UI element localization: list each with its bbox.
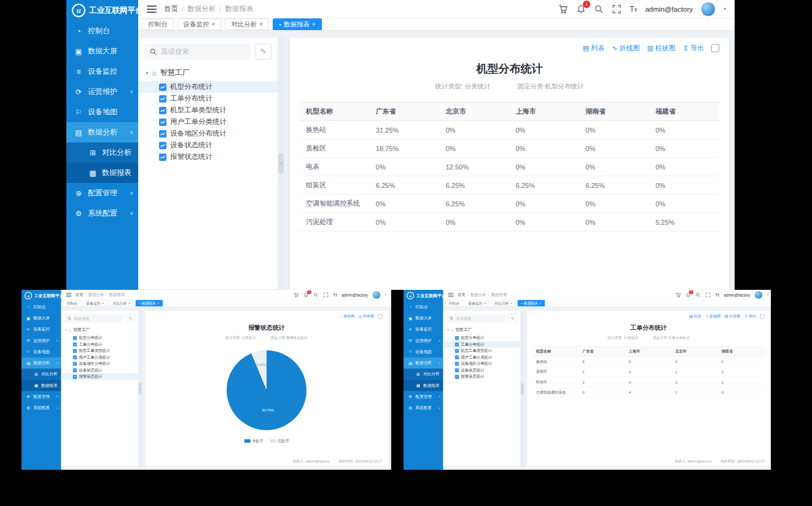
tab-close-icon[interactable]: × xyxy=(102,302,104,305)
pie-graphic[interactable] xyxy=(227,350,306,430)
breadcrumb-home[interactable]: 首页 xyxy=(76,292,84,297)
report-view-action[interactable]: ↥导出 xyxy=(683,44,704,53)
avatar[interactable] xyxy=(754,290,762,298)
tree-item[interactable]: 用户工单分类统计 xyxy=(138,116,278,128)
sidebar-item[interactable]: ▤ 数据分析 ∧ xyxy=(404,357,443,368)
cart-icon[interactable] xyxy=(558,4,568,14)
sidebar-item[interactable]: ▦ 数据报表 xyxy=(21,380,61,391)
fullscreen-toggle-icon[interactable] xyxy=(760,314,765,319)
tree-item[interactable]: 用户工单分类统计 xyxy=(443,354,521,361)
tab-close-icon[interactable]: × xyxy=(259,21,263,28)
tree-item[interactable]: 机型工单类型统计 xyxy=(138,104,278,116)
sidebar-item[interactable]: ▣ 数据大屏 xyxy=(66,41,138,61)
report-view-action[interactable]: ∿折线图 xyxy=(705,314,720,319)
tab-close-icon[interactable]: × xyxy=(128,302,130,305)
notifications-icon[interactable]: 1 xyxy=(303,292,309,298)
tab-close-icon[interactable]: × xyxy=(484,302,486,305)
tree-item[interactable]: 设备地区分布统计 xyxy=(443,360,521,367)
search-input[interactable]: 高级搜索 xyxy=(447,314,506,322)
avatar[interactable] xyxy=(701,2,716,17)
sidebar-item[interactable]: ▤ 数据分析 ∧ xyxy=(21,357,61,368)
panel-splitter[interactable]: ‹ xyxy=(521,310,525,467)
search-input[interactable]: 高级搜索 xyxy=(64,314,123,322)
tree-item[interactable]: 设备地区分布统计 xyxy=(61,360,139,367)
sidebar-item[interactable]: ▦ 数据报表 xyxy=(404,380,443,391)
tree-root[interactable]: ▾ ⌂ 智慧工厂 xyxy=(146,68,271,78)
tab[interactable]: 控制台 xyxy=(63,300,80,307)
fullscreen-toggle-icon[interactable] xyxy=(711,44,719,52)
tab[interactable]: ● 数据报表 × xyxy=(136,300,163,307)
fullscreen-toggle-icon[interactable] xyxy=(378,314,383,319)
tree-item[interactable]: 机型工单类型统计 xyxy=(443,348,521,354)
tab-close-icon[interactable]: × xyxy=(312,21,316,28)
avatar[interactable] xyxy=(372,290,380,298)
sidebar-item[interactable]: ⟳ 运营维护 ∨ xyxy=(404,335,443,346)
sidebar-item[interactable]: ⊞ 对比分析 xyxy=(21,368,61,379)
tree-item[interactable]: 用户工单分类统计 xyxy=(61,354,139,361)
tree-item[interactable]: 机型分布统计 xyxy=(61,335,139,341)
tab[interactable]: 控制台 xyxy=(445,300,463,307)
tree-item[interactable]: 机型分布统计 xyxy=(443,335,521,341)
tree-item[interactable]: 报警状态统计 xyxy=(138,151,278,163)
font-size-icon[interactable]: TT xyxy=(630,5,637,14)
report-view-action[interactable]: ▥柱状图 xyxy=(647,44,675,53)
notifications-icon[interactable]: 1 xyxy=(576,4,586,14)
tree-item[interactable]: 机型工单类型统计 xyxy=(61,348,139,354)
menu-collapse-icon[interactable] xyxy=(66,293,71,297)
tree-item[interactable]: 工单分布统计 xyxy=(61,341,139,348)
breadcrumb-item[interactable]: 数据分析 xyxy=(88,292,104,297)
legend-item[interactable]: 未处理 xyxy=(244,438,263,443)
report-view-action[interactable]: ▤列表 xyxy=(583,44,604,53)
username[interactable]: admin@factory xyxy=(724,293,750,297)
caret-down-icon[interactable]: ▾ xyxy=(146,70,149,76)
sidebar-item[interactable]: ⊞ 对比分析 xyxy=(66,142,138,163)
tree-root[interactable]: ▾ ⌂ 智慧工厂 xyxy=(65,327,135,333)
tab-close-icon[interactable]: × xyxy=(157,302,159,305)
tree-item[interactable]: 设备状态统计 xyxy=(443,367,521,374)
tab[interactable]: 对比分析 × xyxy=(225,18,269,30)
app-logo[interactable]: u 工业互联网平台 xyxy=(404,290,443,302)
sidebar-item[interactable]: ≡ 设备监控 xyxy=(66,61,138,82)
caret-down-icon[interactable]: ▾ xyxy=(65,329,67,332)
menu-collapse-icon[interactable] xyxy=(448,293,453,297)
caret-down-icon[interactable]: ▾ xyxy=(447,329,449,332)
sidebar-item[interactable]: ⊕ 配置管理 ∨ xyxy=(21,391,61,402)
sidebar-item[interactable]: ◔ 控制台 xyxy=(21,302,61,313)
search-icon[interactable] xyxy=(313,292,319,298)
app-logo[interactable]: u 工业互联网平台 xyxy=(66,0,138,21)
sidebar-item[interactable]: ⊞ 对比分析 xyxy=(404,368,443,379)
username[interactable]: admin@factory xyxy=(645,6,693,13)
tab-close-icon[interactable]: × xyxy=(539,302,541,305)
menu-collapse-icon[interactable] xyxy=(147,6,157,13)
sidebar-item[interactable]: ⚐ 设备地图 xyxy=(404,346,443,357)
sidebar-item[interactable]: ▣ 数据大屏 xyxy=(21,313,61,324)
tree-item[interactable]: 机型分布统计 xyxy=(138,81,278,93)
font-size-icon[interactable]: TT xyxy=(715,292,719,297)
sidebar-item[interactable]: ▦ 数据报表 xyxy=(66,163,138,183)
sidebar-item[interactable]: ≡ 设备监控 xyxy=(404,324,443,335)
tree-item[interactable]: 工单分布统计 xyxy=(443,341,521,348)
breadcrumb-item[interactable]: 数据分析 xyxy=(187,4,216,14)
tree-item[interactable]: 设备地区分布统计 xyxy=(138,128,278,139)
sidebar-item[interactable]: ⚙ 系统配置 ∨ xyxy=(21,402,61,413)
tab[interactable]: 设备监控 × xyxy=(465,300,490,307)
tab[interactable]: 对比分析 × xyxy=(491,300,516,307)
sidebar-item[interactable]: ⚙ 系统配置 ∨ xyxy=(404,402,443,413)
tab[interactable]: 对比分析 × xyxy=(109,300,134,307)
chevron-down-icon[interactable]: ▾ xyxy=(385,294,386,297)
edit-button[interactable]: ✎ xyxy=(126,314,135,322)
legend-item[interactable]: 已处理 xyxy=(270,438,289,443)
sidebar-item[interactable]: ⚙ 系统配置 ∨ xyxy=(66,203,138,224)
breadcrumb-home[interactable]: 首页 xyxy=(164,4,178,14)
tab[interactable]: ● 数据报表 × xyxy=(273,18,321,30)
edit-button[interactable]: ✎ xyxy=(508,314,517,322)
tab-close-icon[interactable]: × xyxy=(510,302,512,305)
fullscreen-icon[interactable] xyxy=(323,292,329,298)
report-view-action[interactable]: ▤列表 xyxy=(689,314,701,319)
fullscreen-icon[interactable] xyxy=(705,292,711,298)
tree-item[interactable]: 设备状态统计 xyxy=(138,139,278,151)
breadcrumb-item[interactable]: 数据分析 xyxy=(470,292,486,297)
sidebar-item[interactable]: ▤ 数据分析 ∧ xyxy=(66,122,138,142)
report-view-action[interactable]: ∿折线图 xyxy=(612,44,639,53)
cart-icon[interactable] xyxy=(676,292,681,298)
